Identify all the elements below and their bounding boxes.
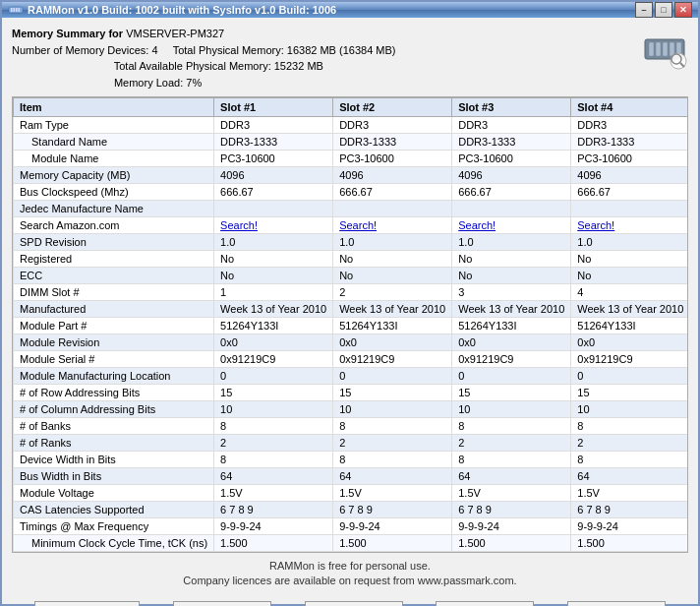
table-row: CAS Latencies Supported6 7 8 96 7 8 96 7… (14, 502, 689, 518)
table-cell-slot3: 51264Y133I (452, 318, 571, 334)
table-cell-slot2: No (333, 251, 452, 268)
table-cell-slot3: 0x0 (452, 334, 571, 351)
table-cell-slot4: Week 13 of Year 2010 (571, 301, 688, 318)
summary-server-line: Memory Summary for VMSERVER-PM327 (12, 26, 395, 42)
ram-graphic (641, 26, 688, 73)
summary-physical-value: 16382 MB (16384 MB) (287, 44, 396, 56)
summary-load-label: Memory Load: (12, 77, 186, 89)
svg-rect-6 (649, 42, 654, 56)
table-cell-slot1 (214, 201, 333, 217)
table-cell-slot2: 1.5V (333, 485, 452, 502)
passmark-home-button[interactable]: PassMark Home (34, 601, 140, 606)
table-cell-slot2: 1.0 (333, 234, 452, 251)
table-cell-slot3: 3 (452, 284, 571, 301)
maximize-button[interactable]: □ (655, 2, 672, 18)
close-button[interactable]: ✕ (674, 2, 692, 18)
minimize-button[interactable]: – (635, 2, 653, 18)
table-row: # of Column Addressing Bits10101010 (14, 401, 689, 418)
table-cell-slot4: 1.0 (571, 234, 688, 251)
table-cell-slot2: 64 (333, 468, 452, 485)
table-cell-slot1: 1 (214, 284, 333, 301)
table-cell-slot1: 51264Y133I (214, 318, 333, 334)
table-cell-item: Bus Clockspeed (Mhz) (14, 184, 214, 201)
table-cell-item: # of Row Addressing Bits (14, 385, 214, 401)
table-cell-slot1: 8 (214, 452, 333, 468)
table-cell-slot3: 2 (452, 435, 571, 452)
table-row: # of Banks8888 (14, 418, 689, 435)
table-cell-slot2: 0x91219C9 (333, 351, 452, 368)
table-cell-slot2: 2 (333, 435, 452, 452)
table-cell-slot3: 6 7 8 9 (452, 502, 571, 518)
table-row: Timings @ Max Frequency9-9-9-249-9-9-249… (14, 518, 689, 535)
about-button[interactable]: About (173, 601, 271, 606)
table-cell-item: SPD Revision (14, 234, 214, 251)
table-cell-item: Bus Width in Bits (14, 468, 214, 485)
table-row: Module Serial #0x91219C90x91219C90x91219… (14, 351, 689, 368)
table-cell-slot2: 0 (333, 368, 452, 385)
table-cell-slot3: 10 (452, 401, 571, 418)
footer-line1: RAMMon is free for personal use. (12, 559, 688, 574)
table-row: Bus Width in Bits64646464 (14, 468, 689, 485)
table-cell-slot1: 1.500 (214, 535, 333, 552)
exit-button[interactable]: Exit (567, 601, 666, 606)
table-cell-slot1[interactable]: Search! (214, 217, 333, 234)
table-row: Standard NameDDR3-1333DDR3-1333DDR3-1333… (14, 134, 689, 151)
table-cell-slot3: DDR3-1333 (452, 134, 571, 151)
table-cell-slot3: 4096 (452, 167, 571, 184)
table-row: Module NamePC3-10600PC3-10600PC3-10600PC… (14, 151, 689, 167)
table-row: Module Voltage1.5V1.5V1.5V1.5V (14, 485, 689, 502)
summary-section: Memory Summary for VMSERVER-PM327 Number… (12, 26, 688, 91)
summary-available-value: 15232 MB (274, 60, 323, 72)
table-cell-slot4[interactable]: Search! (571, 217, 688, 234)
table-row: Module Part #51264Y133I51264Y133I51264Y1… (14, 318, 689, 334)
table-cell-slot1: 9-9-9-24 (214, 518, 333, 535)
table-cell-slot4: 8 (571, 418, 688, 435)
summary-server-value: VMSERVER-PM327 (126, 28, 224, 39)
table-cell-slot1: 1.0 (214, 234, 333, 251)
export-copy-button[interactable]: Export/Copy (436, 601, 534, 606)
table-cell-slot1: 6 7 8 9 (214, 502, 333, 518)
table-cell-slot4: DDR3-1333 (571, 134, 688, 151)
table-cell-slot4: 0 (571, 368, 688, 385)
table-row: DIMM Slot #1234 (14, 284, 689, 301)
table-cell-slot1: 64 (214, 468, 333, 485)
table-cell-slot2[interactable]: Search! (333, 217, 452, 234)
table-cell-slot2: 6 7 8 9 (333, 502, 452, 518)
table-cell-item: CAS Latencies Supported (14, 502, 214, 518)
table-cell-slot3: DDR3 (452, 117, 571, 134)
table-cell-slot1: 0 (214, 368, 333, 385)
svg-rect-3 (16, 8, 18, 12)
table-cell-slot1: 15 (214, 385, 333, 401)
table-cell-slot2: PC3-10600 (333, 151, 452, 167)
table-cell-slot2: 51264Y133I (333, 318, 452, 334)
table-cell-slot4 (571, 201, 688, 217)
help-button[interactable]: Help (305, 601, 403, 606)
table-cell-item: Standard Name (14, 134, 214, 151)
table-cell-slot3[interactable]: Search! (452, 217, 571, 234)
table-cell-item: Module Serial # (14, 351, 214, 368)
svg-rect-9 (670, 42, 674, 56)
table-cell-item: Manufactured (14, 301, 214, 318)
table-cell-item: Memory Capacity (MB) (14, 167, 214, 184)
table-row: ECCNoNoNoNo (14, 268, 689, 284)
table-cell-slot1: 4096 (214, 167, 333, 184)
table-cell-slot3: No (452, 268, 571, 284)
summary-available-label: Total Available Physical Memory: (12, 60, 274, 72)
table-cell-item: Module Name (14, 151, 214, 167)
table-cell-slot1: 2 (214, 435, 333, 452)
table-cell-slot2: No (333, 268, 452, 284)
memory-table: Item Slot #1 Slot #2 Slot #3 Slot #4 Ram… (13, 97, 688, 552)
table-row: # of Row Addressing Bits15151515 (14, 385, 689, 401)
table-cell-slot4: PC3-10600 (571, 151, 688, 167)
memory-table-container[interactable]: Item Slot #1 Slot #2 Slot #3 Slot #4 Ram… (12, 96, 688, 553)
svg-rect-1 (11, 8, 13, 12)
table-cell-slot3: 1.500 (452, 535, 571, 552)
table-cell-slot1: Week 13 of Year 2010 (214, 301, 333, 318)
table-row: Memory Capacity (MB)4096409640964096 (14, 167, 689, 184)
table-cell-slot1: 8 (214, 418, 333, 435)
table-cell-item: # of Ranks (14, 435, 214, 452)
table-cell-slot3: 15 (452, 385, 571, 401)
table-cell-slot2: 2 (333, 284, 452, 301)
table-cell-item: Minimum Clock Cycle Time, tCK (ns) (14, 535, 214, 552)
table-cell-slot1: DDR3 (214, 117, 333, 134)
